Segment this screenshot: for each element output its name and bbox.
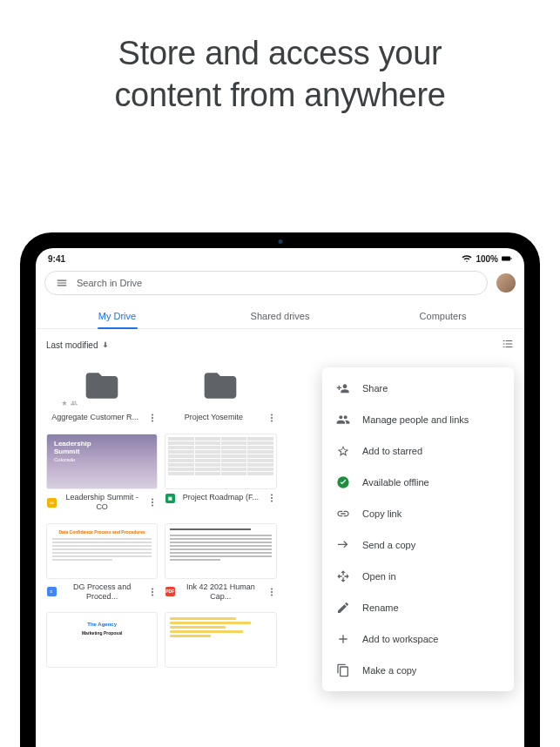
svg-rect-0 xyxy=(502,257,510,261)
file-name: Ink 42 2021 Human Cap... xyxy=(179,582,262,602)
file-item[interactable]: Leadership Summit Colorado ▭ Leadership … xyxy=(46,434,158,513)
hamburger-menu-icon[interactable] xyxy=(56,277,68,289)
folder-name: Project Yosemite xyxy=(165,413,262,422)
tab-shared-drives[interactable]: Shared drives xyxy=(199,302,361,328)
svg-point-17 xyxy=(271,588,273,589)
tab-computers[interactable]: Computers xyxy=(361,302,524,328)
file-context-menu: Share Manage people and links Add to sta… xyxy=(322,367,514,691)
ctx-send-copy[interactable]: Send a copy xyxy=(322,529,514,561)
drive-tabs: My Drive Shared drives Computers xyxy=(36,302,524,329)
pencil-icon xyxy=(336,601,350,615)
more-actions-button[interactable] xyxy=(147,497,158,508)
svg-point-14 xyxy=(152,588,153,589)
search-bar[interactable]: Search in Drive xyxy=(44,271,488,295)
camera-dot xyxy=(278,239,282,244)
star-outline-icon xyxy=(336,444,350,458)
more-actions-button[interactable] xyxy=(267,587,277,597)
svg-point-15 xyxy=(152,591,153,593)
file-item[interactable]: ▦ Project Roadmap (F... xyxy=(165,434,276,513)
svg-point-8 xyxy=(152,499,153,501)
link-icon xyxy=(336,507,350,521)
pdf-icon: PDF xyxy=(165,587,175,597)
more-actions-button[interactable] xyxy=(147,587,158,597)
tab-my-drive[interactable]: My Drive xyxy=(36,302,199,328)
svg-point-7 xyxy=(271,421,273,422)
sheets-icon: ▦ xyxy=(165,493,175,503)
more-actions-button[interactable] xyxy=(147,413,158,423)
svg-point-13 xyxy=(271,501,273,502)
file-thumbnail xyxy=(165,612,276,668)
file-thumbnail: Data Confidence Process and Procedures xyxy=(46,523,158,579)
ctx-share[interactable]: Share xyxy=(322,373,514,404)
svg-point-3 xyxy=(152,417,153,419)
shared-icon xyxy=(71,400,78,407)
battery-icon xyxy=(502,253,512,264)
status-battery-text: 100% xyxy=(476,254,498,264)
send-icon xyxy=(336,538,350,552)
check-circle-icon xyxy=(336,475,350,489)
tablet-device-frame: 9:41 100% Search in Drive My Drive Share… xyxy=(20,232,540,747)
ctx-add-workspace[interactable]: Add to workspace xyxy=(322,623,514,655)
people-icon xyxy=(336,413,350,427)
folder-item[interactable]: Aggregate Customer R... xyxy=(46,362,158,423)
ctx-make-copy[interactable]: Make a copy xyxy=(322,655,514,686)
file-thumbnail xyxy=(165,523,276,579)
file-item[interactable]: PDF Ink 42 2021 Human Cap... xyxy=(165,523,276,602)
ctx-copy-link[interactable]: Copy link xyxy=(322,498,514,529)
svg-point-10 xyxy=(152,505,153,507)
file-name: Project Roadmap (F... xyxy=(179,493,262,502)
svg-point-6 xyxy=(271,417,273,419)
svg-point-18 xyxy=(271,591,273,593)
ctx-rename[interactable]: Rename xyxy=(322,592,514,623)
svg-point-5 xyxy=(271,414,273,416)
folder-item[interactable]: Project Yosemite xyxy=(165,362,276,423)
folder-name: Aggregate Customer R... xyxy=(46,413,144,422)
app-screen: 9:41 100% Search in Drive My Drive Share… xyxy=(36,248,524,747)
arrow-down-icon xyxy=(101,340,110,349)
copy-icon xyxy=(336,663,350,677)
open-in-icon xyxy=(336,569,350,583)
file-thumbnail xyxy=(165,434,276,489)
file-name: Leadership Summit - CO xyxy=(60,493,144,513)
sort-control[interactable]: Last modified xyxy=(46,340,110,350)
status-time: 9:41 xyxy=(48,254,65,264)
file-thumbnail: Leadership Summit Colorado xyxy=(46,434,158,489)
file-item[interactable]: The Agency Marketing Proposal xyxy=(46,612,158,668)
svg-point-11 xyxy=(271,495,273,496)
status-bar: 9:41 100% xyxy=(36,248,524,267)
ctx-add-starred[interactable]: Add to starred xyxy=(322,435,514,467)
file-name: DG Process and Proced... xyxy=(60,582,144,602)
docs-icon: ≡ xyxy=(46,587,57,597)
file-item[interactable] xyxy=(165,612,276,668)
svg-point-12 xyxy=(271,497,273,499)
ctx-available-offline[interactable]: Available offline xyxy=(322,467,514,498)
svg-point-2 xyxy=(152,414,153,416)
plus-icon xyxy=(336,632,350,646)
svg-point-9 xyxy=(152,501,153,503)
folder-icon xyxy=(78,367,126,405)
svg-point-19 xyxy=(271,594,273,596)
file-item[interactable]: Data Confidence Process and Procedures ≡… xyxy=(46,523,158,602)
list-view-toggle[interactable] xyxy=(502,338,514,352)
more-actions-button[interactable] xyxy=(267,413,277,423)
slides-icon: ▭ xyxy=(46,497,57,508)
star-icon xyxy=(61,400,68,407)
account-avatar[interactable] xyxy=(496,273,516,293)
search-placeholder: Search in Drive xyxy=(77,278,142,288)
more-actions-button[interactable] xyxy=(267,493,277,503)
wifi-icon xyxy=(462,253,472,264)
person-add-icon xyxy=(336,381,350,395)
svg-rect-1 xyxy=(511,258,512,259)
folder-icon xyxy=(196,367,245,405)
promo-headline: Store and access your content from anywh… xyxy=(0,33,560,116)
svg-point-16 xyxy=(152,594,153,596)
file-thumbnail: The Agency Marketing Proposal xyxy=(46,612,158,668)
svg-point-4 xyxy=(152,421,153,422)
ctx-manage-people[interactable]: Manage people and links xyxy=(322,404,514,435)
ctx-open-in[interactable]: Open in xyxy=(322,561,514,592)
